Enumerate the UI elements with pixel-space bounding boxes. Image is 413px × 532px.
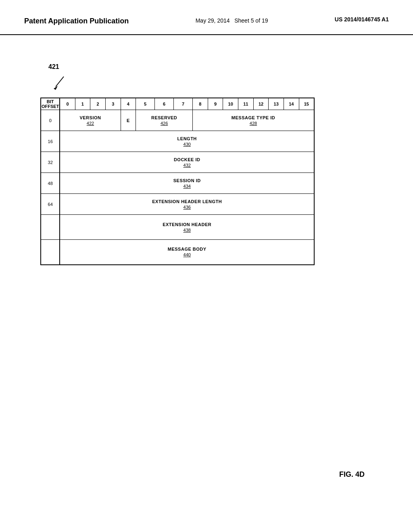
row-extension-header: EXTENSION HEADER 438 [41, 215, 314, 240]
bit-10: 10 [223, 98, 238, 110]
bit-0: 0 [60, 98, 75, 110]
bit-8: 8 [193, 98, 208, 110]
bit-11: 11 [238, 98, 254, 110]
arrow-icon [52, 75, 68, 92]
bit-14: 14 [284, 98, 299, 110]
svg-line-0 [56, 77, 64, 87]
offset-msg-body [41, 240, 60, 265]
field-length: LENGTH 430 [60, 131, 314, 152]
offset-64: 64 [41, 194, 60, 215]
bit-offset-header: BITOFFSET [41, 98, 60, 110]
row-offset-64: 64 EXTENSION HEADER LENGTH 436 [41, 194, 314, 215]
row-offset-48: 48 SESSION ID 434 [41, 173, 314, 194]
field-session-id: SESSION ID 434 [60, 173, 314, 194]
header-row: BITOFFSET 0 1 2 3 4 5 6 7 8 9 10 11 12 1… [41, 98, 314, 110]
field-message-body: MESSAGE BODY 440 [60, 240, 314, 265]
field-extension-header: EXTENSION HEADER 438 [60, 215, 314, 240]
offset-ext-header [41, 215, 60, 240]
offset-48: 48 [41, 173, 60, 194]
patent-number: US 2014/0146745 A1 [335, 16, 389, 23]
bit-13: 13 [269, 98, 284, 110]
bit-7: 7 [174, 98, 193, 110]
page-header: Patent Application Publication May 29, 2… [0, 0, 413, 35]
row-message-body: MESSAGE BODY 440 [41, 240, 314, 265]
field-message-type-id: MESSAGE TYPE ID 428 [193, 110, 314, 131]
bit-2: 2 [90, 98, 106, 110]
bit-table: BITOFFSET 0 1 2 3 4 5 6 7 8 9 10 11 12 1… [40, 98, 315, 265]
publication-title: Patent Application Publication [24, 16, 129, 26]
field-e: E [121, 110, 136, 131]
figure-label: FIG. 4D [339, 470, 365, 479]
bit-1: 1 [75, 98, 90, 110]
field-dockee-id: DOCKEE ID 432 [60, 152, 314, 173]
offset-16: 16 [41, 131, 60, 152]
bit-field-diagram: BITOFFSET 0 1 2 3 4 5 6 7 8 9 10 11 12 1… [40, 98, 315, 265]
row-offset-0: 0 VERSION 422 E [41, 110, 314, 131]
bit-4: 4 [121, 98, 136, 110]
row-offset-32: 32 DOCKEE ID 432 [41, 152, 314, 173]
bit-5: 5 [136, 98, 155, 110]
field-extension-header-length: EXTENSION HEADER LENGTH 436 [60, 194, 314, 215]
row-offset-16: 16 LENGTH 430 [41, 131, 314, 152]
offset-32: 32 [41, 152, 60, 173]
diagram-label: 421 [48, 63, 59, 71]
bit-15: 15 [299, 98, 314, 110]
bit-6: 6 [155, 98, 174, 110]
bit-9: 9 [208, 98, 223, 110]
bit-3: 3 [105, 98, 121, 110]
field-reserved: RESERVED 426 [136, 110, 193, 131]
bit-12: 12 [253, 98, 269, 110]
main-content: 421 BITOFFSET 0 1 2 3 4 5 6 7 8 [0, 35, 413, 75]
page-info: May 29, 2014 Sheet 5 of 19 [196, 16, 268, 25]
field-version: VERSION 422 [60, 110, 121, 131]
offset-0: 0 [41, 110, 60, 131]
